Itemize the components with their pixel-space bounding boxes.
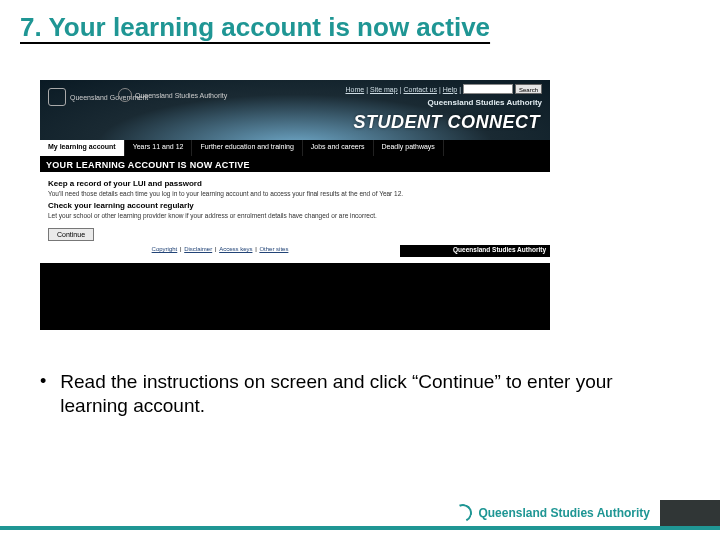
text-need-details: You'll need those details each time you … — [48, 190, 542, 197]
footer-link-disclaimer[interactable]: Disclaimer — [184, 246, 212, 252]
bullet-text: Read the instructions on screen and clic… — [60, 370, 660, 418]
bullet-list: • Read the instructions on screen and cl… — [40, 370, 660, 418]
tab-jobs-careers[interactable]: Jobs and careers — [303, 140, 374, 156]
primary-nav: My learning account Years 11 and 12 Furt… — [40, 140, 550, 156]
header-brand-text: Queensland Studies Authority — [428, 98, 542, 107]
status-banner: YOUR LEARNING ACCOUNT IS NOW ACTIVE — [40, 158, 550, 172]
screenshot-content: YOUR LEARNING ACCOUNT IS NOW ACTIVE Keep… — [40, 158, 550, 263]
footer-link-othersites[interactable]: Other sites — [259, 246, 288, 252]
link-help[interactable]: Help — [443, 86, 457, 93]
search-button[interactable]: Search — [515, 84, 542, 94]
qsa-logo-text: Queensland Studies Authority — [135, 92, 227, 99]
slide-brand-bar: Queensland Studies Authority — [450, 500, 720, 526]
text-let-school-know: Let your school or other learning provid… — [48, 212, 542, 219]
tab-further-education[interactable]: Further education and training — [192, 140, 302, 156]
brand-mark-icon — [452, 501, 475, 524]
hero-title: STUDENT CONNECT — [354, 112, 541, 133]
qsa-mark-icon — [118, 88, 132, 102]
slide-title: 7. Your learning account is now active — [20, 12, 490, 43]
footer-link-copyright[interactable]: Copyright — [152, 246, 178, 252]
tab-my-learning-account[interactable]: My learning account — [40, 140, 125, 156]
search-input[interactable] — [463, 84, 513, 94]
continue-button[interactable]: Continue — [48, 228, 94, 241]
slide-brand: Queensland Studies Authority — [450, 500, 660, 526]
footer-link-accesskeys[interactable]: Access keys — [219, 246, 252, 252]
header-utility-links: Home| Site map| Contact us| Help| Search — [345, 84, 542, 94]
screenshot: Queensland Government Queensland Studies… — [40, 80, 550, 330]
crest-icon — [48, 88, 66, 106]
footer-brand: Queensland Studies Authority — [400, 245, 550, 257]
link-sitemap[interactable]: Site map — [370, 86, 398, 93]
footer-links: Copyright | Disclaimer | Access keys | O… — [40, 245, 400, 257]
link-home[interactable]: Home — [345, 86, 364, 93]
brand-dark-block — [660, 500, 720, 526]
tab-deadly-pathways[interactable]: Deadly pathways — [374, 140, 444, 156]
brand-name: Queensland Studies Authority — [478, 506, 650, 520]
bullet-icon: • — [40, 370, 46, 418]
qsa-logo: Queensland Studies Authority — [118, 88, 227, 102]
screenshot-footer: Copyright | Disclaimer | Access keys | O… — [40, 245, 550, 257]
accent-band — [0, 526, 720, 530]
heading-keep-record: Keep a record of your LUI and password — [48, 179, 542, 188]
screenshot-header: Queensland Government Queensland Studies… — [40, 80, 550, 140]
heading-check-regularly: Check your learning account regularly — [48, 201, 542, 210]
tab-years-11-12[interactable]: Years 11 and 12 — [125, 140, 193, 156]
link-contact[interactable]: Contact us — [403, 86, 436, 93]
